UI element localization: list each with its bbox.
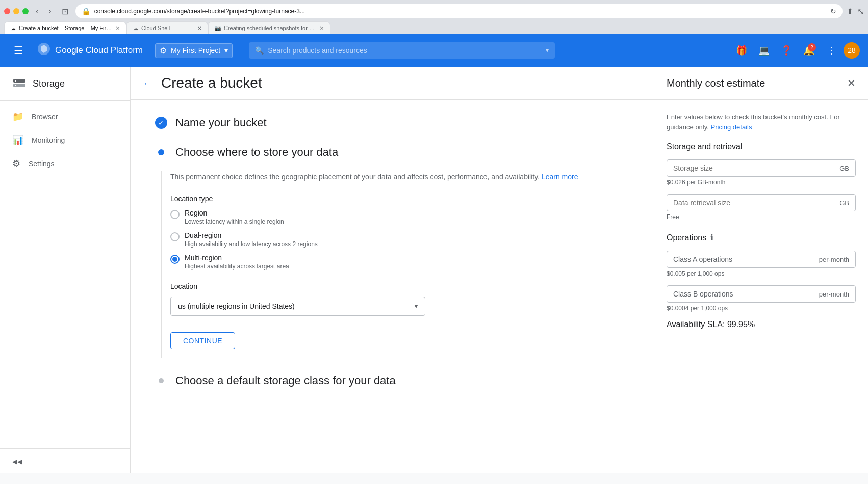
back-browser-button[interactable]: ‹ xyxy=(33,6,41,17)
operations-title: Operations xyxy=(667,233,706,243)
back-button[interactable]: ← xyxy=(143,77,153,89)
url-text: console.cloud.google.com/storage/create-… xyxy=(94,8,826,15)
cloud-shell-button[interactable]: 💻 xyxy=(754,40,774,61)
location-select[interactable]: us (multiple regions in United States) xyxy=(170,297,425,316)
project-icon: ⚙ xyxy=(160,46,167,56)
learn-more-link[interactable]: Learn more xyxy=(542,173,578,181)
right-panel-title: Monthly cost estimate xyxy=(667,77,765,89)
radio-item-dual-region[interactable]: Dual-region High availability and low la… xyxy=(170,231,629,248)
tab-create-bucket[interactable]: ☁ Create a bucket – Storage – My First P… xyxy=(4,21,126,34)
tab-text-3: Creating scheduled snapshots for persist… xyxy=(224,25,317,31)
radio-multi-region-desc: Highest availability across largest area xyxy=(185,263,289,270)
tab-text-2: Cloud Shell xyxy=(141,25,194,31)
class-a-input-wrapper: Class A operations per-month xyxy=(667,251,856,268)
sidebar-item-browser[interactable]: 📁 Browser xyxy=(0,105,130,128)
class-b-price-text: $0.0004 per 1,000 ops xyxy=(667,305,856,312)
data-retrieval-group: GB Free xyxy=(667,194,856,221)
step1-title: Name your bucket xyxy=(175,116,267,129)
tab-favicon-1: ☁ xyxy=(11,25,16,31)
content-header: ← Create a bucket xyxy=(131,67,654,100)
pricing-details-link[interactable]: Pricing details xyxy=(711,123,752,131)
sidebar-item-monitoring[interactable]: 📊 Monitoring xyxy=(0,128,130,152)
class-b-label: Class B operations xyxy=(673,290,733,298)
url-bar[interactable]: 🔒 console.cloud.google.com/storage/creat… xyxy=(75,4,843,18)
minimize-window-button[interactable] xyxy=(13,8,19,14)
svg-rect-4 xyxy=(15,85,16,86)
radio-dual-region[interactable] xyxy=(170,232,180,241)
browser-actions: ⬆ ⤡ xyxy=(847,7,864,16)
right-panel: Monthly cost estimate ✕ Enter values bel… xyxy=(654,67,868,473)
sidebar-item-settings[interactable]: ⚙ Settings xyxy=(0,152,130,175)
close-window-button[interactable] xyxy=(4,8,10,14)
radio-item-multi-region[interactable]: Multi-region Highest availability across… xyxy=(170,254,629,270)
radio-dual-region-desc: High availability and low latency across… xyxy=(185,240,318,248)
tab-cloud-shell[interactable]: ☁ Cloud Shell ✕ xyxy=(126,21,208,34)
radio-multi-region[interactable] xyxy=(170,255,180,264)
avatar[interactable]: 28 xyxy=(844,42,860,59)
sidebar-collapse-button[interactable]: ◂◂ xyxy=(0,448,130,473)
browser-chrome: ‹ › ⊡ 🔒 console.cloud.google.com/storage… xyxy=(0,0,868,34)
right-panel-content: Enter values below to check this bucket'… xyxy=(654,100,868,341)
security-icon: 🔒 xyxy=(82,7,90,15)
step2-description: This permanent choice defines the geogra… xyxy=(170,171,629,182)
storage-section-title: Storage and retrieval xyxy=(667,142,856,151)
sidebar-title: Storage xyxy=(33,78,65,89)
notification-badge: 2 xyxy=(808,43,816,51)
traffic-lights xyxy=(4,8,29,14)
close-panel-button[interactable]: ✕ xyxy=(847,77,856,89)
sidebar-browser-button[interactable]: ⊡ xyxy=(59,6,71,17)
tab-close-3[interactable]: ✕ xyxy=(320,25,324,31)
data-retrieval-price-text: Free xyxy=(667,213,856,221)
class-b-group: Class B operations per-month $0.0004 per… xyxy=(667,285,856,312)
availability-title: Availability SLA: 99.95% xyxy=(667,320,856,329)
refresh-icon[interactable]: ↻ xyxy=(830,7,836,15)
extensions-icon[interactable]: ⤡ xyxy=(857,7,864,16)
tab-snapshots[interactable]: 📷 Creating scheduled snapshots for persi… xyxy=(208,21,330,34)
operations-info-icon[interactable]: ℹ xyxy=(710,233,713,243)
storage-size-input-wrapper: GB xyxy=(667,159,856,177)
help-button[interactable]: ❓ xyxy=(776,40,797,61)
monitoring-icon: 📊 xyxy=(12,135,23,146)
class-b-unit: per-month xyxy=(819,290,849,298)
notifications-button[interactable]: 🔔 2 xyxy=(799,40,819,61)
share-icon[interactable]: ⬆ xyxy=(847,7,853,16)
gift-button[interactable]: 🎁 xyxy=(731,40,752,61)
sidebar-item-label-monitoring: Monitoring xyxy=(32,136,65,144)
cost-description: Enter values below to check this bucket'… xyxy=(667,112,856,132)
class-a-unit: per-month xyxy=(819,256,849,263)
step3-dot-icon xyxy=(159,378,164,383)
class-a-group: Class A operations per-month $0.005 per … xyxy=(667,251,856,277)
radio-item-region[interactable]: Region Lowest latency within a single re… xyxy=(170,209,629,225)
hamburger-menu-button[interactable]: ☰ xyxy=(8,40,29,61)
settings-icon: ⚙ xyxy=(12,158,20,169)
sidebar: Storage 📁 Browser 📊 Monitoring ⚙ Setting… xyxy=(0,67,131,473)
maximize-window-button[interactable] xyxy=(22,8,29,14)
search-icon: 🔍 xyxy=(255,46,264,55)
search-bar[interactable]: 🔍 Search products and resources ▾ xyxy=(249,42,555,59)
chevron-down-icon: ▾ xyxy=(224,46,228,55)
forward-browser-button[interactable]: › xyxy=(45,6,54,17)
location-label: Location xyxy=(170,282,629,290)
radio-region[interactable] xyxy=(170,210,180,219)
storage-service-icon xyxy=(12,75,27,92)
storage-price-text: $0.026 per GB-month xyxy=(667,179,856,186)
storage-size-unit: GB xyxy=(839,165,849,172)
step2-content: This permanent choice defines the geogra… xyxy=(161,171,629,358)
radio-group-location-type: Region Lowest latency within a single re… xyxy=(170,209,629,270)
sidebar-item-label-settings: Settings xyxy=(29,159,55,168)
class-a-label: Class A operations xyxy=(673,255,732,263)
step3-header: Choose a default storage class for your … xyxy=(155,374,629,387)
sidebar-item-label-browser: Browser xyxy=(32,113,58,121)
tab-close-2[interactable]: ✕ xyxy=(197,25,201,31)
google-cloud-logo xyxy=(37,42,51,59)
more-options-button[interactable]: ⋮ xyxy=(821,40,841,61)
app: ☰ Google Cloud Platform ⚙ My First Proje… xyxy=(0,34,868,473)
continue-button[interactable]: CONTINUE xyxy=(170,332,235,349)
project-selector[interactable]: ⚙ My First Project ▾ xyxy=(155,43,233,58)
svg-rect-3 xyxy=(15,80,16,82)
radio-dual-region-label: Dual-region xyxy=(185,231,318,239)
data-retrieval-input[interactable] xyxy=(673,199,839,207)
top-nav: ☰ Google Cloud Platform ⚙ My First Proje… xyxy=(0,34,868,67)
storage-size-input[interactable] xyxy=(673,164,839,172)
tab-close-1[interactable]: ✕ xyxy=(116,25,120,31)
